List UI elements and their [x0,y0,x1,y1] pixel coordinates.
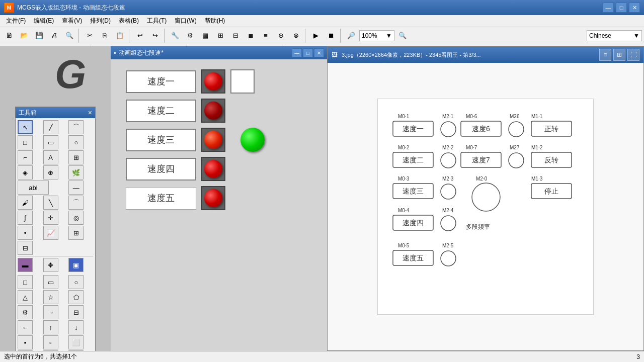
tool-circle1[interactable]: ● [18,350,33,351]
tb-undo[interactable]: ↩ [133,29,147,43]
tb-tool2[interactable]: ⚙ [183,29,197,43]
speed-indicator-5[interactable] [201,186,225,210]
inner-maximize[interactable]: □ [303,48,313,57]
tool-link[interactable]: ⊕ [43,165,58,179]
speed-label-3[interactable]: 速度三 [126,129,196,151]
tool-rect[interactable]: □ [18,135,33,149]
speed-indicator-3[interactable] [201,128,225,152]
tool-shape2[interactable]: ▭ [43,275,58,289]
tb-print[interactable]: 🖨 [47,29,61,43]
tool-fill[interactable]: ◈ [18,165,33,179]
tb-stop[interactable]: ⏹ [324,29,338,43]
tb-paste[interactable]: 📋 [113,29,127,43]
viewer-menu-btn[interactable]: ≡ [599,49,611,61]
zoom-display[interactable]: 100% ▼ [359,30,394,41]
tb-tool7[interactable]: ≡ [259,29,273,43]
tb-tool8[interactable]: ⊕ [274,29,288,43]
tool-image[interactable]: ⊞ [68,150,84,164]
tool-gradient[interactable]: ▬ [18,258,33,272]
tool-shape3[interactable]: ○ [68,275,84,289]
language-selector[interactable]: Chinese ▼ [587,30,642,41]
speed-indicator-1[interactable] [201,69,225,94]
tool-pen1[interactable]: ╲ [43,196,58,210]
tool-arrow-right[interactable]: → [43,305,58,319]
tool-sq2[interactable]: ▫ [43,335,58,349]
menu-window[interactable]: 窗口(W) [171,16,200,26]
close-button[interactable]: ✕ [629,3,640,13]
tb-preview[interactable]: 🔍 [62,29,76,43]
tool-sq1[interactable]: ▪ [18,335,33,349]
tool-ellipse[interactable]: ○ [68,135,84,149]
tool-move[interactable]: ✥ [43,258,58,272]
inner-close[interactable]: ✕ [314,48,324,57]
viewer-restore-btn[interactable]: ⊞ [613,49,625,61]
tool-color[interactable]: 🌿 [68,165,84,179]
image-viewer-controls: ≡ ⊞ ⛶ [599,49,639,61]
menu-view[interactable]: 查看(V) [58,16,86,26]
tb-open[interactable]: 📂 [17,29,31,43]
tb-tool1[interactable]: 🔧 [168,29,182,43]
tool-pen3[interactable]: ∫ [18,211,33,225]
tb-cut[interactable]: ✂ [83,29,97,43]
tool-line[interactable]: ╱ [43,120,58,134]
tool-rounded-rect[interactable]: ▭ [43,135,58,149]
tb-new[interactable]: 🖹 [2,29,16,43]
tool-star[interactable]: ☆ [43,290,58,304]
tb-save[interactable]: 💾 [32,29,46,43]
menu-help[interactable]: 帮助(H) [201,16,229,26]
speed-label-5[interactable]: 速度五 [126,187,196,210]
tool-brush[interactable]: 🖌 [18,196,33,210]
tool-special[interactable]: ⊟ [18,241,33,255]
toolbox-close-btn[interactable]: × [88,109,92,117]
menu-arrange[interactable]: 排列(D) [86,16,115,26]
minimize-button[interactable]: — [603,3,614,13]
tb-tool9[interactable]: ⊗ [289,29,303,43]
tool-shape1[interactable]: □ [18,275,33,289]
tool-crop[interactable]: ⌐ [18,150,33,164]
tool-pentagon[interactable]: ⬠ [68,290,84,304]
tool-arrow-down[interactable]: ↓ [68,320,84,334]
tool-text[interactable]: A [43,150,58,164]
speed-indicator-4[interactable] [201,157,225,181]
tool-target[interactable]: ◎ [68,211,84,225]
tool-arrow-up[interactable]: ↑ [43,320,58,334]
maximize-button[interactable]: □ [616,3,627,13]
tool-select2[interactable]: ▣ [68,258,84,272]
speed-indicator-2[interactable] [201,99,225,123]
speed-label-4[interactable]: 速度四 [126,158,196,180]
tool-line2[interactable]: — [68,180,84,195]
tb-tool6[interactable]: ≣ [244,29,258,43]
tool-circle2[interactable]: ◎ [43,350,58,351]
tb-copy[interactable]: ⎘ [98,29,112,43]
menu-table[interactable]: 表格(B) [115,16,143,26]
tool-sq3[interactable]: ⬜ [68,335,84,349]
tb-zoom-tool[interactable]: 🔍 [395,29,410,43]
tb-redo[interactable]: ↪ [148,29,162,43]
viewer-fullscreen-btn[interactable]: ⛶ [627,49,639,61]
tool-cross[interactable]: ✛ [43,211,58,225]
tool-triangle[interactable]: △ [18,290,33,304]
tb-run[interactable]: ▶ [309,29,323,43]
inner-minimize[interactable]: — [292,48,302,57]
tool-abl[interactable]: abl [18,180,49,195]
tool-pipe[interactable]: ⊟ [68,305,84,319]
tool-circle3[interactable]: ⚙ [68,350,84,351]
tool-gear[interactable]: ⚙ [18,305,33,319]
menu-edit[interactable]: 编辑(E) [30,16,58,26]
tb-tool5[interactable]: ⊟ [228,29,243,43]
tool-dot[interactable]: • [18,226,33,240]
menu-tools[interactable]: 工具(T) [143,16,171,26]
speed-label-2[interactable]: 速度二 [126,100,196,122]
tool-select[interactable]: ↖ [18,120,33,134]
tb-tool3[interactable]: ▦ [198,29,212,43]
menu-file[interactable]: 文件(F) [2,16,30,26]
tool-table[interactable]: ⊞ [68,226,84,240]
tool-pen2[interactable]: ⌒ [68,196,84,210]
tool-arrow-left[interactable]: ← [18,320,33,334]
speed-label-1[interactable]: 速度一 [126,70,196,93]
tool-chart[interactable]: 📈 [43,226,58,240]
tb-tool4[interactable]: ⊞ [213,29,227,43]
tool-arc[interactable]: ⌒ [68,120,84,134]
svg-text:M1·1: M1·1 [531,114,543,119]
tb-zoom-in[interactable]: 🔎 [344,29,358,43]
